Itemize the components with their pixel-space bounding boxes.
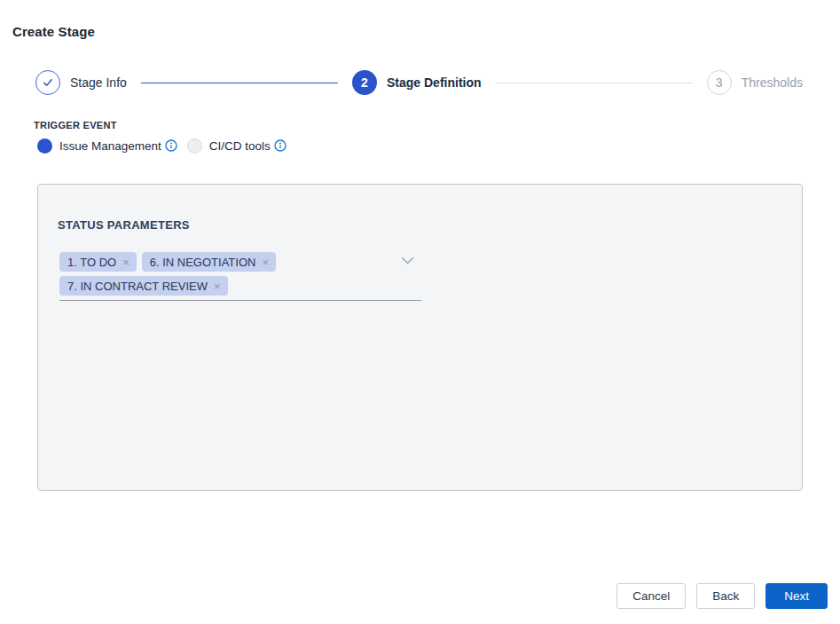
step-stage-definition[interactable]: 2 Stage Definition — [352, 70, 482, 95]
step-label: Stage Info — [70, 75, 127, 90]
step-stage-info[interactable]: Stage Info — [35, 70, 127, 95]
radio-label: Issue Management — [59, 139, 161, 153]
back-button[interactable]: Back — [696, 583, 755, 609]
radio-unselected-icon[interactable] — [187, 138, 202, 154]
status-multiselect[interactable]: 1. TO DO×6. IN NEGOTIATION×7. IN CONTRAC… — [59, 250, 421, 301]
status-chip-label: 7. IN CONTRACT REVIEW — [67, 280, 208, 293]
remove-chip-icon[interactable]: × — [262, 257, 269, 268]
status-chip-label: 1. TO DO — [67, 256, 116, 269]
info-icon[interactable] — [274, 139, 287, 152]
remove-chip-icon[interactable]: × — [122, 257, 130, 268]
status-chip-label: 6. IN NEGOTIATION — [150, 256, 256, 269]
radio-cicd-tools[interactable]: CI/CD tools — [187, 138, 287, 154]
page-title: Create Stage — [12, 24, 95, 39]
check-icon — [35, 70, 60, 95]
info-icon[interactable] — [165, 139, 177, 152]
remove-chip-icon[interactable]: × — [214, 280, 221, 292]
next-button[interactable]: Next — [765, 583, 828, 609]
trigger-event-label: TRIGGER EVENT — [34, 120, 117, 130]
step-number: 3 — [707, 70, 732, 95]
status-chip-list: 1. TO DO×6. IN NEGOTIATION×7. IN CONTRAC… — [59, 252, 391, 296]
trigger-event-options: Issue Management CI/CD tools — [37, 138, 287, 154]
status-parameters-panel: STATUS PARAMETERS 1. TO DO×6. IN NEGOTIA… — [37, 184, 803, 491]
step-label: Thresholds — [742, 75, 803, 90]
step-label: Stage Definition — [387, 75, 482, 90]
cancel-button[interactable]: Cancel — [616, 583, 686, 609]
radio-selected-icon[interactable] — [37, 138, 52, 154]
status-chip[interactable]: 1. TO DO× — [59, 252, 137, 272]
step-connector — [141, 83, 338, 83]
radio-issue-management[interactable]: Issue Management — [37, 138, 177, 154]
footer-actions: Cancel Back Next — [616, 583, 828, 609]
status-chip[interactable]: 6. IN NEGOTIATION× — [142, 252, 276, 272]
status-chip[interactable]: 7. IN CONTRACT REVIEW× — [59, 276, 228, 296]
step-connector — [496, 83, 693, 83]
chevron-down-icon[interactable] — [401, 257, 414, 265]
stepper: Stage Info 2 Stage Definition 3 Threshol… — [35, 70, 803, 95]
radio-label: CI/CD tools — [209, 139, 271, 153]
step-number: 2 — [352, 70, 377, 95]
step-thresholds[interactable]: 3 Thresholds — [707, 70, 803, 95]
create-stage-dialog: Create Stage Stage Info 2 Stage Definiti… — [0, 0, 840, 624]
status-parameters-title: STATUS PARAMETERS — [58, 218, 190, 232]
